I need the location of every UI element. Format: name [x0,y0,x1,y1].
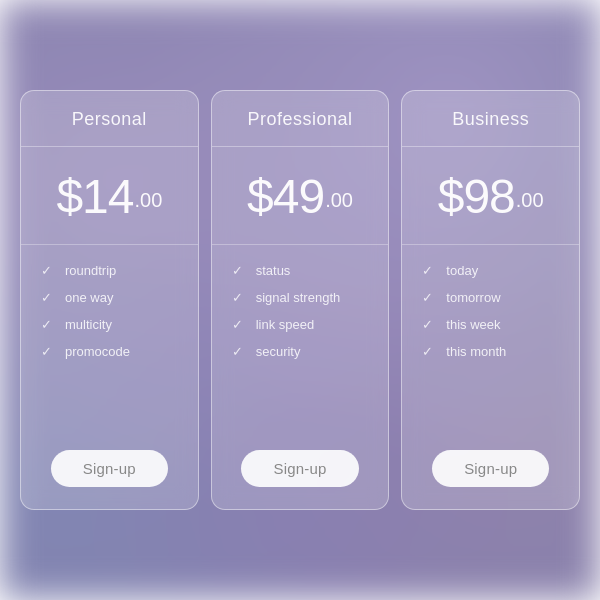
feature-label: this week [446,317,500,332]
feature-label: status [256,263,291,278]
plan-header-professional: Professional [212,91,389,147]
plan-price-professional: $49.00 [212,147,389,245]
price-cents-personal: .00 [134,189,162,211]
feature-item: ✓ signal strength [232,290,369,305]
price-main-personal: $14 [56,170,133,223]
plan-card-business: Business$98.00 ✓ today ✓ tomorrow ✓ this… [401,90,580,510]
feature-label: one way [65,290,113,305]
signup-button-professional[interactable]: Sign-up [241,450,358,487]
feature-item: ✓ tomorrow [422,290,559,305]
feature-item: ✓ this month [422,344,559,359]
check-icon: ✓ [41,344,55,359]
feature-item: ✓ one way [41,290,178,305]
check-icon: ✓ [422,290,436,305]
feature-label: promocode [65,344,130,359]
pricing-container: Personal$14.00 ✓ roundtrip ✓ one way ✓ m… [0,0,600,600]
check-icon: ✓ [41,317,55,332]
feature-item: ✓ link speed [232,317,369,332]
feature-label: tomorrow [446,290,500,305]
plan-card-professional: Professional$49.00 ✓ status ✓ signal str… [211,90,390,510]
feature-item: ✓ promocode [41,344,178,359]
feature-label: roundtrip [65,263,116,278]
plan-title-professional: Professional [247,109,352,129]
features-list-business: ✓ today ✓ tomorrow ✓ this week ✓ this mo… [402,245,579,436]
feature-item: ✓ this week [422,317,559,332]
plan-header-business: Business [402,91,579,147]
price-main-professional: $49 [247,170,324,223]
plan-price-personal: $14.00 [21,147,198,245]
plan-footer-personal: Sign-up [21,436,198,509]
check-icon: ✓ [422,317,436,332]
feature-item: ✓ status [232,263,369,278]
feature-label: multicity [65,317,112,332]
check-icon: ✓ [232,317,246,332]
plan-header-personal: Personal [21,91,198,147]
features-list-professional: ✓ status ✓ signal strength ✓ link speed … [212,245,389,436]
check-icon: ✓ [41,263,55,278]
plan-footer-professional: Sign-up [212,436,389,509]
plan-title-business: Business [452,109,529,129]
features-list-personal: ✓ roundtrip ✓ one way ✓ multicity ✓ prom… [21,245,198,436]
feature-item: ✓ roundtrip [41,263,178,278]
feature-item: ✓ today [422,263,559,278]
signup-button-business[interactable]: Sign-up [432,450,549,487]
feature-item: ✓ security [232,344,369,359]
feature-label: link speed [256,317,315,332]
check-icon: ✓ [232,344,246,359]
check-icon: ✓ [422,263,436,278]
feature-item: ✓ multicity [41,317,178,332]
feature-label: this month [446,344,506,359]
plan-price-business: $98.00 [402,147,579,245]
plan-title-personal: Personal [72,109,147,129]
check-icon: ✓ [232,290,246,305]
plan-card-personal: Personal$14.00 ✓ roundtrip ✓ one way ✓ m… [20,90,199,510]
price-cents-business: .00 [516,189,544,211]
feature-label: signal strength [256,290,341,305]
check-icon: ✓ [422,344,436,359]
plan-footer-business: Sign-up [402,436,579,509]
check-icon: ✓ [232,263,246,278]
price-main-business: $98 [438,170,515,223]
signup-button-personal[interactable]: Sign-up [51,450,168,487]
feature-label: security [256,344,301,359]
feature-label: today [446,263,478,278]
price-cents-professional: .00 [325,189,353,211]
check-icon: ✓ [41,290,55,305]
